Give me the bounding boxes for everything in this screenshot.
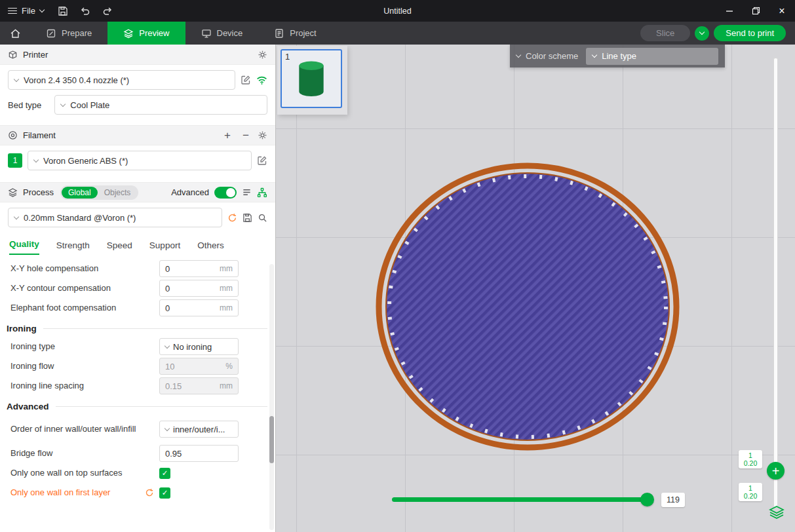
printer-section-title: Printer [23, 50, 48, 60]
bed-type-dropdown[interactable]: Cool Plate [54, 95, 267, 115]
printer-settings-gear-icon[interactable] [258, 50, 267, 60]
sidebar-scrollbar-thumb[interactable] [269, 416, 274, 463]
param-row-xy-contour: X-Y contour compensation 0 mm [0, 278, 275, 298]
close-button[interactable]: × [769, 0, 795, 22]
minimize-button[interactable] [716, 0, 743, 22]
printer-preset-dropdown[interactable]: Voron 2.4 350 0.4 nozzle (*) [8, 70, 235, 90]
minimize-icon [726, 7, 733, 15]
param-label: Only one wall on top surfaces [10, 468, 159, 478]
printer-section-header: Printer [0, 45, 275, 65]
printer-icon [8, 50, 18, 60]
preview-viewport[interactable]: 1 Color scheme Line type 119 [276, 45, 795, 532]
home-button[interactable] [0, 22, 30, 45]
window-controls: × [716, 0, 795, 22]
line-type-dropdown[interactable]: Line type [586, 48, 718, 65]
filament-row: 1 Voron Generic ABS (*) [0, 145, 275, 176]
filament-preset-value: Voron Generic ABS (*) [43, 156, 128, 166]
tab-preview[interactable]: Preview [107, 22, 185, 45]
search-icon[interactable] [258, 213, 267, 223]
tab-device[interactable]: Device [185, 22, 259, 45]
one-wall-first-checkbox[interactable]: ✓ [159, 487, 170, 499]
filament-preset-dropdown[interactable]: Voron Generic ABS (*) [28, 151, 252, 170]
scope-objects-option[interactable]: Objects [98, 187, 138, 199]
save-preset-icon[interactable] [242, 213, 252, 223]
move-slider-handle[interactable] [640, 493, 654, 506]
maximize-button[interactable] [743, 0, 769, 22]
wifi-icon[interactable] [256, 75, 267, 85]
tab-prepare[interactable]: Prepare [30, 22, 107, 45]
tab-preview-label: Preview [139, 28, 169, 38]
advanced-label: Advanced [171, 187, 209, 197]
chevron-down-icon [39, 7, 45, 12]
slice-button[interactable]: Slice [640, 25, 690, 41]
filament-slot-badge[interactable]: 1 [8, 153, 22, 168]
printer-preset-value: Voron 2.4 350 0.4 nozzle (*) [24, 75, 129, 85]
wall-order-dropdown[interactable]: inner/outer/i... [159, 421, 239, 438]
printer-edit-icon[interactable] [241, 75, 251, 85]
param-row-ironing-type: Ironing type No ironing [0, 337, 275, 356]
send-to-print-button[interactable]: Send to print [714, 25, 786, 41]
ironing-flow-input: 10 % [159, 358, 239, 375]
xy-hole-compensation-input[interactable]: 0 mm [159, 260, 239, 277]
tab-device-label: Device [217, 28, 243, 38]
cylinder-preview-icon [298, 60, 325, 97]
process-layers-icon [8, 187, 18, 197]
parameter-flow-icon[interactable] [257, 187, 267, 198]
remove-filament-button[interactable]: − [239, 129, 252, 142]
object-thumbnail[interactable]: 1 [281, 49, 342, 108]
send-options-button[interactable] [695, 26, 709, 41]
add-filament-button[interactable]: + [221, 129, 234, 142]
sliced-first-layer [276, 45, 795, 532]
elephant-foot-compensation-input[interactable]: 0 mm [159, 299, 239, 316]
reset-value-icon[interactable] [145, 488, 154, 497]
prepare-icon [46, 28, 56, 39]
tab-strength[interactable]: Strength [56, 240, 90, 255]
redo-icon [102, 6, 113, 16]
chevron-down-icon [60, 101, 66, 106]
param-row-elephant-foot: Elephant foot compensation 0 mm [0, 298, 275, 318]
bed-type-label: Bed type [8, 100, 41, 110]
layer-slider-track[interactable] [773, 58, 778, 508]
one-wall-top-checkbox[interactable]: ✓ [159, 468, 170, 479]
scope-global-option[interactable]: Global [62, 187, 98, 199]
parameter-list: X-Y hole compensation 0 mm X-Y contour c… [0, 255, 275, 503]
param-label: X-Y hole compensation [10, 263, 159, 274]
param-label: Elephant foot compensation [10, 303, 159, 313]
save-button[interactable] [52, 0, 74, 22]
undo-button[interactable] [74, 0, 96, 22]
save-icon [58, 6, 68, 16]
layer-height: 0.20 [744, 459, 757, 467]
tab-project[interactable]: Project [258, 22, 332, 45]
tab-quality[interactable]: Quality [9, 239, 39, 255]
file-menu[interactable]: File [0, 0, 52, 22]
menu-icon [8, 8, 17, 14]
bridge-flow-input[interactable]: 0.95 [159, 445, 239, 462]
layer-view-button[interactable] [769, 505, 785, 522]
process-scope-toggle[interactable]: Global Objects [60, 185, 138, 200]
compare-list-icon[interactable] [242, 187, 252, 197]
redo-button[interactable] [96, 0, 119, 22]
tab-support[interactable]: Support [149, 240, 180, 255]
main-tabbar: Prepare Preview Device Project Slice Sen… [0, 22, 795, 45]
printer-preset-row: Voron 2.4 350 0.4 nozzle (*) [0, 65, 275, 95]
reset-preset-icon[interactable] [227, 213, 237, 223]
move-slider-track[interactable] [392, 497, 652, 502]
color-scheme-dropdown[interactable]: Color scheme [516, 51, 578, 61]
layer-marker-top: 1 0.20 [739, 450, 762, 468]
param-label: Bridge flow [10, 448, 159, 459]
filament-edit-icon[interactable] [257, 155, 267, 166]
process-section-title: Process [23, 187, 54, 197]
sidebar-scrollbar-track[interactable] [269, 264, 274, 530]
filament-section-header: Filament + − [0, 125, 275, 145]
filament-settings-gear-icon[interactable] [258, 130, 267, 140]
process-preset-dropdown[interactable]: 0.20mm Standard @Voron (*) [8, 208, 222, 227]
process-section-header: Process Global Objects Advanced [0, 182, 275, 202]
tab-others[interactable]: Others [197, 240, 224, 255]
advanced-toggle[interactable] [214, 187, 237, 199]
xy-contour-compensation-input[interactable]: 0 mm [159, 280, 239, 297]
param-row-bridge-flow: Bridge flow 0.95 [0, 444, 275, 463]
ironing-type-dropdown[interactable]: No ironing [159, 338, 239, 355]
chevron-down-icon [516, 52, 521, 58]
add-layer-range-button[interactable]: + [767, 462, 785, 480]
tab-speed[interactable]: Speed [107, 240, 132, 255]
